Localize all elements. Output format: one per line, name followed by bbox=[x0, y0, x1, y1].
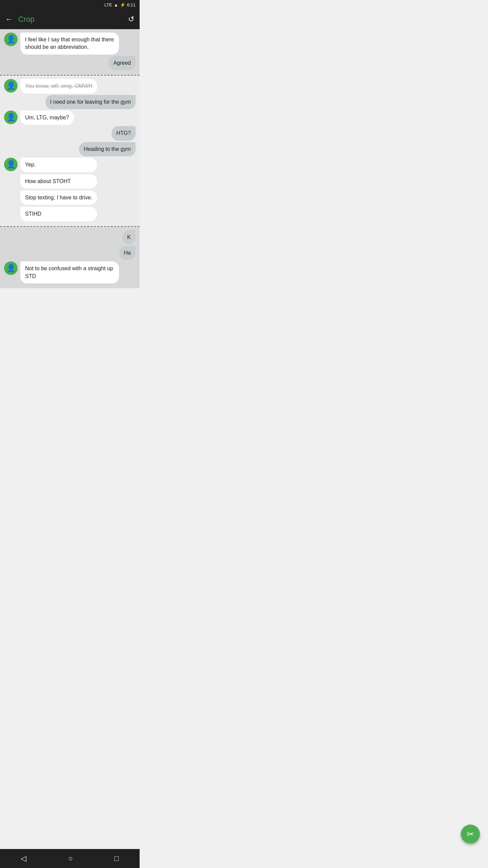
back-nav-button[interactable]: ◁ bbox=[21, 854, 26, 863]
chat-bubble: How about STOHT bbox=[20, 174, 97, 189]
message-row: 👤 Um, LTG, maybe? bbox=[4, 111, 136, 125]
chat-bubble: Heading to the gym bbox=[79, 142, 136, 156]
chat-bubble: STIHD bbox=[20, 207, 97, 221]
back-button[interactable]: ← bbox=[5, 15, 13, 24]
home-nav-button[interactable]: ○ bbox=[68, 854, 73, 863]
message-text: I feel like I say that enough that there… bbox=[25, 37, 114, 50]
recents-nav-button[interactable]: □ bbox=[114, 854, 119, 863]
status-bar: LTE ▲ ⚡ 6:11 bbox=[0, 0, 140, 9]
message-row: Agreed bbox=[4, 56, 136, 70]
avatar: 👤 bbox=[4, 111, 18, 124]
message-row: 👤 I feel like I say that enough that the… bbox=[4, 33, 136, 55]
chat-bubble: Um, LTG, maybe? bbox=[20, 111, 74, 125]
chat-bubble: Ha bbox=[119, 246, 136, 260]
chat-bubble: You know, wtf, omg, OMWH bbox=[20, 79, 97, 93]
message-text: Not to be confused with a straight up ST… bbox=[25, 265, 113, 279]
bottom-dimmed-region: K Ha 👤 Not to be confused with a straigh… bbox=[0, 227, 140, 289]
main-chat-area: 👤 You know, wtf, omg, OMWH I need one fo… bbox=[0, 76, 140, 226]
chat-bubble: I feel like I say that enough that there… bbox=[20, 33, 119, 55]
message-row: 👤 Yep. How about STOHT Stop texting, I h… bbox=[4, 158, 136, 221]
chat-bubble: I need one for leaving for the gym bbox=[45, 95, 136, 109]
message-text: Ha bbox=[124, 250, 131, 256]
message-text: STIHD bbox=[25, 211, 41, 217]
message-row: Ha bbox=[4, 246, 136, 260]
message-text: I need one for leaving for the gym bbox=[50, 99, 131, 105]
avatar: 👤 bbox=[4, 158, 18, 171]
chat-bubble: Yep. bbox=[20, 158, 97, 172]
person-icon: 👤 bbox=[6, 160, 16, 169]
message-text: K bbox=[127, 234, 131, 240]
person-icon: 👤 bbox=[6, 81, 16, 90]
chat-bubble: Not to be confused with a straight up ST… bbox=[20, 261, 119, 283]
message-row: Heading to the gym bbox=[4, 142, 136, 156]
chat-bubble: HTG? bbox=[111, 126, 136, 140]
message-text: Stop texting, I have to drive. bbox=[25, 195, 92, 200]
message-row: K bbox=[4, 230, 136, 244]
message-row: HTG? bbox=[4, 126, 136, 140]
time: 6:11 bbox=[127, 2, 136, 7]
battery-icon: ⚡ bbox=[120, 2, 125, 7]
message-text: HTG? bbox=[116, 130, 131, 136]
person-icon: 👤 bbox=[6, 35, 16, 44]
message-row: 👤 You know, wtf, omg, OMWH bbox=[4, 79, 136, 93]
person-icon: 👤 bbox=[6, 113, 16, 122]
message-row: 👤 Not to be confused with a straight up … bbox=[4, 261, 136, 283]
top-dimmed-region: 👤 I feel like I say that enough that the… bbox=[0, 29, 140, 75]
person-icon: 👤 bbox=[6, 264, 16, 273]
toolbar: ← Crop ↺ bbox=[0, 9, 140, 29]
message-text: Heading to the gym bbox=[84, 146, 131, 152]
lte-icon: LTE bbox=[104, 2, 112, 7]
toolbar-title: Crop bbox=[18, 15, 123, 24]
bottom-navigation: ◁ ○ □ bbox=[0, 849, 140, 868]
chat-bubble: Agreed bbox=[108, 56, 136, 70]
signal-icon: ▲ bbox=[114, 2, 118, 7]
message-text: How about STOHT bbox=[25, 178, 71, 184]
undo-button[interactable]: ↺ bbox=[128, 15, 134, 24]
message-text: Agreed bbox=[113, 60, 131, 66]
avatar: 👤 bbox=[4, 33, 18, 46]
bubble-stack: Yep. How about STOHT Stop texting, I hav… bbox=[20, 158, 97, 221]
chat-bubble: Stop texting, I have to drive. bbox=[20, 191, 97, 205]
status-icons: LTE ▲ ⚡ 6:11 bbox=[104, 2, 136, 7]
chat-bubble: K bbox=[122, 230, 136, 244]
avatar: 👤 bbox=[4, 79, 18, 93]
message-text: Yep. bbox=[25, 162, 36, 167]
message-row: I need one for leaving for the gym bbox=[4, 95, 136, 109]
avatar: 👤 bbox=[4, 261, 18, 275]
message-text: Um, LTG, maybe? bbox=[25, 115, 69, 120]
message-text: You know, wtf, omg, OMWH bbox=[25, 83, 93, 89]
